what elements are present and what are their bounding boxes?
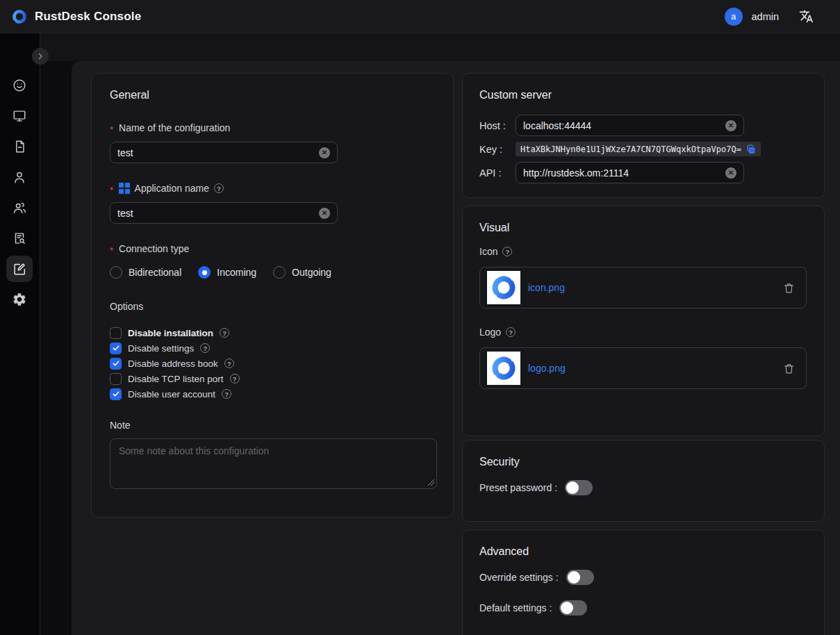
- avatar[interactable]: a: [725, 8, 743, 26]
- main-content: General * Name of the configuration ✕ * …: [72, 61, 840, 635]
- checkbox-disable-tcp-listen-port[interactable]: Disable TCP listen port ?: [110, 371, 435, 386]
- advanced-card: Advanced Override settings : Default set…: [462, 529, 825, 635]
- connection-type-radios: Bidirectional Incoming Outgoing: [110, 266, 435, 279]
- checkbox-disable-address-book[interactable]: Disable address book ?: [110, 356, 435, 371]
- language-switcher[interactable]: [799, 9, 814, 24]
- config-name-input[interactable]: [117, 147, 319, 158]
- override-settings-row: Override settings :: [479, 570, 807, 585]
- default-settings-toggle[interactable]: [559, 600, 587, 616]
- disable-user-account-help-icon[interactable]: ?: [222, 389, 231, 399]
- checkbox-label: Disable user account: [128, 389, 215, 399]
- rustdesk-logo-icon: [490, 274, 518, 302]
- clear-host-icon[interactable]: ✕: [725, 120, 736, 131]
- copy-icon: [746, 145, 756, 154]
- logo-thumbnail: [487, 352, 520, 385]
- smiley-icon: [12, 78, 27, 93]
- app-title: RustDesk Console: [35, 10, 141, 24]
- brand[interactable]: RustDesk Console: [11, 8, 141, 25]
- config-name-label-text: Name of the configuration: [119, 122, 230, 133]
- radio-bidirectional[interactable]: Bidirectional: [110, 266, 181, 279]
- toggle-knob: [561, 602, 573, 614]
- config-name-label: * Name of the configuration: [110, 122, 435, 133]
- key-label: Key :: [479, 144, 516, 155]
- disable-address-book-help-icon[interactable]: ?: [224, 358, 234, 368]
- icon-upload-box: icon.png: [479, 267, 807, 308]
- topbar-right: a admin: [725, 8, 830, 26]
- options-label-text: Options: [110, 301, 143, 312]
- resize-handle[interactable]: [428, 479, 434, 486]
- radio-outgoing-label: Outgoing: [292, 267, 331, 278]
- checkbox-box-checked: [110, 358, 122, 370]
- sidebar-item-audit[interactable]: [6, 133, 33, 160]
- edit-icon: [12, 261, 27, 277]
- radio-bidirectional-label: Bidirectional: [129, 267, 181, 278]
- disable-settings-help-icon[interactable]: ?: [200, 343, 210, 353]
- preset-password-label: Preset password :: [479, 482, 557, 493]
- visual-title: Visual: [479, 222, 807, 234]
- clear-config-name-icon[interactable]: ✕: [319, 147, 330, 158]
- logo-file-link[interactable]: logo.png: [528, 363, 566, 374]
- sidebar-item-users[interactable]: [6, 164, 33, 190]
- disable-installation-help-icon[interactable]: ?: [220, 328, 229, 338]
- sidebar-item-settings[interactable]: [6, 286, 33, 313]
- logo-help-icon[interactable]: ?: [506, 327, 516, 337]
- logo-upload-box: logo.png: [479, 347, 807, 389]
- icon-help-icon[interactable]: ?: [502, 247, 512, 256]
- username[interactable]: admin: [752, 11, 780, 22]
- delete-icon-button[interactable]: [783, 282, 795, 294]
- toggle-knob: [568, 571, 580, 584]
- options-list: Disable installation ? Disable settings …: [110, 325, 435, 402]
- sidebar-item-custom-client[interactable]: [6, 256, 33, 282]
- required-marker: *: [110, 185, 113, 195]
- general-title: General: [110, 89, 435, 101]
- users-icon: [12, 200, 27, 215]
- checkbox-disable-installation[interactable]: Disable installation ?: [110, 325, 435, 340]
- rustdesk-logo-icon: [490, 354, 518, 382]
- gear-icon: [12, 292, 27, 307]
- windows-icon: [119, 183, 130, 194]
- rustdesk-logo-icon: [11, 8, 28, 25]
- sidebar-item-dashboard[interactable]: [6, 72, 33, 99]
- host-field: ✕: [516, 115, 744, 136]
- top-band: [40, 33, 840, 61]
- radio-incoming[interactable]: Incoming: [198, 266, 256, 279]
- custom-server-card: Custom server Host : ✕ Key : HtaXBkJNHyn…: [462, 73, 825, 198]
- check-icon: [112, 344, 120, 352]
- config-name-field: ✕: [110, 142, 338, 163]
- delete-logo-button[interactable]: [783, 363, 795, 374]
- required-marker: *: [110, 245, 113, 256]
- override-settings-label: Override settings :: [479, 572, 559, 583]
- preset-password-toggle[interactable]: [565, 480, 593, 495]
- key-chip: HtaXBkJNHyn0e1U1jWXze7A7CN7QTGWqxkOtpaVp…: [516, 142, 761, 156]
- clear-api-icon[interactable]: ✕: [725, 167, 736, 179]
- sidebar-item-groups[interactable]: [6, 195, 33, 221]
- check-icon: [112, 359, 120, 368]
- default-settings-label: Default settings :: [479, 602, 552, 613]
- visual-card: Visual Icon ? icon.png Logo ?: [462, 206, 825, 436]
- checkbox-disable-settings[interactable]: Disable settings ?: [110, 340, 435, 356]
- radio-circle: [110, 266, 122, 279]
- clear-app-name-icon[interactable]: ✕: [319, 208, 330, 219]
- app-name-help-icon[interactable]: ?: [214, 183, 224, 193]
- logo-label-text: Logo: [479, 327, 501, 338]
- checkbox-disable-user-account[interactable]: Disable user account ?: [110, 386, 435, 402]
- api-row: API : ✕: [479, 162, 807, 183]
- host-input[interactable]: [523, 120, 725, 131]
- copy-key-button[interactable]: [746, 145, 756, 154]
- app-name-input[interactable]: [117, 208, 319, 219]
- checkbox-box-checked: [110, 388, 122, 400]
- note-textarea[interactable]: [110, 438, 437, 489]
- api-input[interactable]: [523, 167, 725, 179]
- note-label-text: Note: [110, 420, 131, 431]
- override-settings-toggle[interactable]: [566, 570, 594, 585]
- preset-password-row: Preset password :: [479, 480, 807, 495]
- sidebar-expand-button[interactable]: [32, 48, 49, 65]
- chevron-right-icon: [36, 52, 44, 60]
- disable-tcp-help-icon[interactable]: ?: [230, 374, 240, 384]
- sidebar-item-devices[interactable]: [6, 103, 33, 129]
- key-row: Key : HtaXBkJNHyn0e1U1jWXze7A7CN7QTGWqxk…: [479, 142, 807, 156]
- sidebar-item-logs[interactable]: [6, 225, 33, 251]
- icon-file-link[interactable]: icon.png: [528, 282, 565, 293]
- radio-outgoing[interactable]: Outgoing: [273, 266, 331, 279]
- checkbox-label: Disable TCP listen port: [128, 374, 224, 384]
